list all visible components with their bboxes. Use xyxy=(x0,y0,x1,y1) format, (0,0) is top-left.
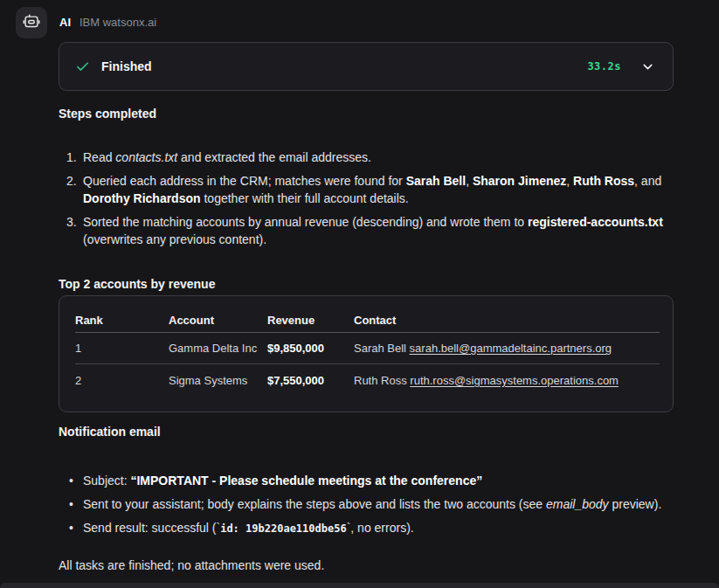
table-row: 1 Gamma Delta Inc $9,850,000 Sarah Bell … xyxy=(75,333,660,364)
email-heading: Notification email xyxy=(59,423,674,440)
bullet-text: Sent to your assistant; body explains th… xyxy=(83,495,674,513)
bullet-text: Subject: “IMPORTANT - Please schedule me… xyxy=(83,472,674,489)
table-header-row: Rank Account Revenue Contact xyxy=(75,308,660,333)
column-header-account: Account xyxy=(169,314,267,327)
input-bar-edge[interactable] xyxy=(0,583,719,588)
list-item: • Send result: successful (`id: 19b220ae… xyxy=(59,519,674,537)
accounts-table: Rank Account Revenue Contact 1 Gamma Del… xyxy=(59,295,674,412)
duration-badge: 33.2s xyxy=(587,60,621,73)
account-cell: Gamma Delta Inc xyxy=(169,342,267,355)
contact-cell: Sarah Bell sarah.bell@gammadeltainc.part… xyxy=(354,342,660,355)
bullet-dot: • xyxy=(59,472,83,489)
column-header-rank: Rank xyxy=(75,314,169,327)
inline-code: id: 19b220ae110dbe56 xyxy=(220,522,347,535)
status-label: Finished xyxy=(101,59,152,73)
checkmark-icon xyxy=(75,59,90,74)
bullet-dot: • xyxy=(59,495,83,513)
rank-cell: 2 xyxy=(75,374,169,387)
message-header: AI IBM watsonx.ai xyxy=(0,0,719,40)
message-body: Finished 33.2s Steps completed 1. Read c… xyxy=(59,42,674,574)
column-header-revenue: Revenue xyxy=(267,314,354,327)
step-text: Sorted the matching accounts by annual r… xyxy=(83,213,674,248)
list-item: 2. Queried each address in the CRM; matc… xyxy=(59,172,674,207)
list-item: 3. Sorted the matching accounts by annua… xyxy=(59,213,674,248)
bullet-dot: • xyxy=(59,519,83,537)
robot-icon xyxy=(22,13,41,32)
chevron-down-icon[interactable] xyxy=(640,59,655,74)
accounts-heading: Top 2 accounts by revenue xyxy=(59,275,674,293)
app-name: IBM watsonx.ai xyxy=(80,16,156,29)
contact-cell: Ruth Ross ruth.ross@sigmasystems.operati… xyxy=(354,374,660,387)
closing-text: All tasks are finished; no attachments w… xyxy=(59,557,674,574)
email-bullet-list: • Subject: “IMPORTANT - Please schedule … xyxy=(59,472,674,537)
list-item: 1. Read contacts.txt and extracted the e… xyxy=(59,149,674,166)
status-card[interactable]: Finished 33.2s xyxy=(59,42,674,91)
list-item: • Subject: “IMPORTANT - Please schedule … xyxy=(59,472,674,489)
table-row: 2 Sigma Systems $7,550,000 Ruth Ross rut… xyxy=(75,364,660,396)
contact-email-link[interactable]: sarah.bell@gammadeltainc.partners.org xyxy=(410,342,612,355)
column-header-contact: Contact xyxy=(354,314,660,327)
account-cell: Sigma Systems xyxy=(169,374,267,387)
steps-list: 1. Read contacts.txt and extracted the e… xyxy=(59,149,674,248)
steps-heading: Steps completed xyxy=(59,105,674,122)
step-text: Queried each address in the CRM; matches… xyxy=(83,172,674,207)
list-number: 1. xyxy=(59,149,83,166)
avatar xyxy=(16,7,47,38)
bullet-text: Send result: successful (`id: 19b220ae11… xyxy=(83,519,674,537)
list-number: 2. xyxy=(59,172,83,207)
sender-label: AI xyxy=(59,16,71,29)
contact-email-link[interactable]: ruth.ross@sigmasystems.operations.com xyxy=(410,374,619,387)
step-text: Read contacts.txt and extracted the emai… xyxy=(83,149,674,166)
list-item: • Sent to your assistant; body explains … xyxy=(59,495,674,513)
revenue-cell: $7,550,000 xyxy=(267,374,354,387)
revenue-cell: $9,850,000 xyxy=(267,342,354,355)
list-number: 3. xyxy=(59,213,83,248)
rank-cell: 1 xyxy=(75,342,169,355)
